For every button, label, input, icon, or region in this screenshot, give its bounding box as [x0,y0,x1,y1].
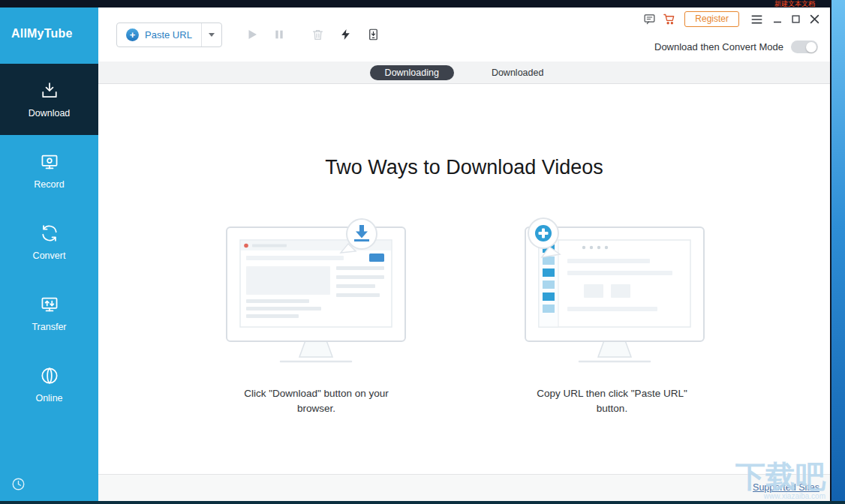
paste-url-group: + Paste URL [116,22,222,47]
desktop-background-top: 新建文本文档 [0,0,845,8]
titlebar-controls: Register [643,11,819,27]
sidebar-item-convert[interactable]: Convert [0,206,98,278]
online-icon [39,365,60,386]
register-button[interactable]: Register [684,11,739,27]
sidebar-item-label: Download [29,108,71,118]
convert-mode-row: Download then Convert Mode [654,40,818,53]
download-illustration: Click "Download" button on your browser. [222,217,411,416]
illustrations-row: Click "Download" button on your browser. [98,217,830,416]
convert-icon [39,223,60,244]
chevron-down-icon [209,33,215,37]
hamburger-icon [750,14,763,25]
download-icon [39,80,60,101]
sidebar-item-online[interactable]: Online [0,349,98,420]
save-to-device-icon [366,27,380,42]
close-icon [810,14,819,24]
pause-icon [273,28,285,41]
trash-icon [311,28,325,42]
main-area: + Paste URL [98,8,830,501]
download-caption: Click "Download" button on your browser. [228,386,405,416]
tab-bar: Downloading Downloaded [98,62,830,84]
supported-sites-link[interactable]: Supported Sites [753,482,819,493]
paste-url-illustration: Copy URL then click "Paste URL" button. [518,217,707,416]
minimize-icon [773,15,782,24]
menu-button[interactable] [750,14,763,25]
sidebar-item-record[interactable]: Record [0,135,98,206]
close-button[interactable] [810,14,819,24]
paste-url-caption: Copy URL then click "Paste URL" button. [524,386,701,416]
sidebar-nav: Download Record Conver [0,64,98,420]
tab-downloaded[interactable]: Downloaded [477,65,559,80]
content-area: Two Ways to Download Videos [98,84,830,474]
sidebar-item-label: Record [34,179,64,190]
tab-downloading[interactable]: Downloading [370,65,454,80]
download-monitor-illustration [222,217,411,367]
toolbar-actions [245,27,380,42]
paste-url-monitor-illustration [518,217,707,367]
lightning-icon [339,27,352,42]
sidebar-item-transfer[interactable]: Transfer [0,278,98,349]
sidebar-item-label: Online [35,393,62,404]
history-icon [11,476,26,494]
sidebar-item-download[interactable]: Download [0,64,98,135]
paste-url-dropdown-button[interactable] [201,23,221,46]
toggle-knob [806,42,816,52]
record-icon [39,152,60,172]
plus-icon: + [126,28,139,41]
paste-url-button[interactable]: + Paste URL [117,23,201,46]
start-button[interactable] [245,28,259,41]
cart-button[interactable] [663,12,676,26]
desktop-background-right [831,0,845,504]
message-icon [643,12,656,26]
convert-mode-toggle[interactable] [791,40,818,53]
delete-button[interactable] [311,28,325,42]
convert-mode-label: Download then Convert Mode [654,41,783,52]
sidebar-item-label: Convert [33,250,66,261]
app-logo: AllMyTube [0,8,98,60]
minimize-button[interactable] [773,15,782,24]
app-window: AllMyTube Download Record [0,8,831,501]
history-button[interactable] [11,476,26,494]
transfer-icon [39,294,60,315]
page-title: Two Ways to Download Videos [98,156,830,179]
footer: Supported Sites [98,474,830,501]
cart-icon [663,12,676,26]
maximize-icon [792,15,800,23]
save-to-device-button[interactable] [366,27,380,42]
feedback-button[interactable] [643,12,656,26]
pause-button[interactable] [273,28,285,41]
maximize-button[interactable] [792,15,800,23]
high-speed-button[interactable] [339,27,352,42]
play-icon [245,28,259,41]
desktop-background-bottom [0,501,845,504]
sidebar: AllMyTube Download Record [0,8,98,501]
toolbar: + Paste URL [98,8,830,62]
sidebar-item-label: Transfer [32,322,66,332]
paste-url-label: Paste URL [145,29,192,40]
